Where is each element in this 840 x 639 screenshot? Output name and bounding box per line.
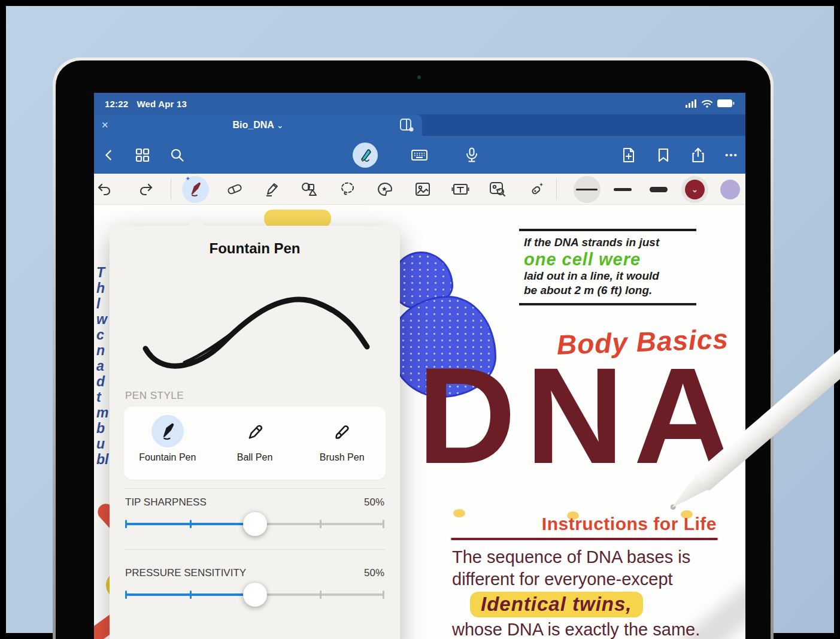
- fact-line: be about 2 m (6 ft) long.: [524, 283, 692, 298]
- keyboard-button[interactable]: [405, 136, 433, 174]
- pen-mode-button[interactable]: [353, 143, 378, 168]
- laser-pointer-tool-button[interactable]: [523, 174, 550, 205]
- cellular-signal-icon: [686, 99, 697, 108]
- pen-tool-button[interactable]: [181, 174, 209, 205]
- tab-bio-dna[interactable]: ✕ Bio_DNA⌄: [94, 114, 422, 136]
- tools-toolbar: ✦: [94, 174, 745, 205]
- tip-sharpness-slider[interactable]: [125, 512, 384, 536]
- pen-style-label: Fountain Pen: [139, 452, 196, 463]
- share-button[interactable]: [684, 136, 712, 174]
- slider-endcap: [125, 590, 127, 599]
- slider-label: TIP SHARPNESS: [125, 496, 207, 508]
- stroke-preview: [128, 274, 382, 381]
- subtitle-instructions: Instructions for Life: [417, 514, 717, 534]
- tab-title-chevron-icon: ⌄: [277, 120, 284, 130]
- handwritten-fact-box: If the DNA strands in just one cell were…: [519, 229, 696, 305]
- slider-thumb[interactable]: [243, 512, 267, 536]
- pressure-sensitivity-slider[interactable]: [125, 583, 384, 607]
- elements-tool-button[interactable]: [484, 174, 511, 205]
- add-page-icon: [621, 147, 636, 163]
- redo-button[interactable]: [132, 174, 160, 205]
- pen-style-label: Brush Pen: [320, 452, 365, 463]
- pen-style-section-label: PEN STYLE: [125, 390, 184, 402]
- grid-icon: [135, 148, 150, 162]
- image-icon: [415, 182, 430, 196]
- stroke-preview-curve: [128, 274, 382, 381]
- slider-tick: [190, 520, 192, 528]
- thumbnails-button[interactable]: [129, 136, 156, 174]
- dna-title: DNA: [417, 350, 742, 481]
- add-page-button[interactable]: [615, 136, 642, 174]
- undo-button[interactable]: [94, 174, 118, 205]
- pen-style-card: Fountain Pen Ball Pen Brus: [124, 407, 386, 480]
- brush-pen-icon: [326, 415, 358, 447]
- search-button[interactable]: [163, 136, 191, 174]
- ipad-bezel: 12:22 Wed Apr 13: [56, 60, 771, 639]
- shapes-tool-button[interactable]: [296, 174, 323, 205]
- bookmark-button[interactable]: [650, 136, 677, 174]
- pen-style-brush-pen[interactable]: Brush Pen: [298, 407, 386, 480]
- microphone-icon: [465, 147, 478, 163]
- slider-tick: [320, 590, 322, 599]
- slider-label: PRESSURE SENSITIVITY: [125, 567, 246, 579]
- wifi-icon: [701, 99, 713, 108]
- slider-endcap: [383, 520, 384, 528]
- image-tool-button[interactable]: [409, 174, 436, 205]
- redo-icon: [138, 182, 154, 196]
- slider-value: 50%: [364, 496, 384, 508]
- ball-pen-icon: [239, 415, 271, 447]
- highlighter-tool-button[interactable]: [259, 174, 286, 205]
- fountain-pen-icon: [151, 415, 184, 447]
- stroke-width-thick-button[interactable]: [645, 174, 672, 205]
- slider-endcap: [383, 590, 384, 599]
- popover-title: Fountain Pen: [110, 240, 400, 257]
- shapes-icon: [301, 181, 318, 197]
- dna-letter: D: [417, 350, 526, 481]
- split-view-icon[interactable]: [400, 119, 414, 132]
- search-icon: [170, 148, 184, 162]
- pen-style-ball-pen[interactable]: Ball Pen: [211, 407, 299, 480]
- toolbar-divider: [556, 178, 557, 200]
- stickers-tool-button[interactable]: [371, 174, 399, 205]
- ellipsis-icon: •••: [725, 150, 738, 160]
- dictation-button[interactable]: [458, 136, 486, 174]
- stroke-width-medium-button[interactable]: [609, 174, 636, 205]
- color-swatch-dark-red[interactable]: ⌄: [685, 180, 705, 199]
- more-button[interactable]: •••: [718, 136, 745, 174]
- sticker-star-icon: [377, 181, 393, 197]
- fact-line-green: one cell were: [524, 250, 692, 269]
- fact-line: laid out in a line, it would: [524, 269, 692, 283]
- dna-letter: N: [526, 350, 634, 481]
- undo-icon: [96, 182, 112, 196]
- slider-endcap: [125, 520, 127, 528]
- thin-stroke-icon: [576, 189, 598, 190]
- text-tool-button[interactable]: [447, 174, 474, 205]
- elements-icon: [489, 181, 506, 197]
- battery-icon: [717, 99, 735, 108]
- color-swatch-purple[interactable]: [720, 180, 740, 199]
- subtitle-underline: [451, 538, 718, 540]
- pen-style-fountain-pen[interactable]: Fountain Pen: [124, 407, 211, 480]
- screenshot-stage: 12:22 Wed Apr 13: [0, 0, 840, 639]
- highlighter-icon: [265, 181, 280, 197]
- main-toolbar: •••: [94, 136, 745, 174]
- tip-sharpness-row: TIP SHARPNESS 50%: [125, 496, 384, 508]
- divider: [124, 488, 386, 489]
- laser-pointer-icon: [528, 181, 545, 198]
- document-tab-bar: ✕ Bio_DNA⌄: [94, 114, 745, 136]
- pen-style-label: Ball Pen: [237, 452, 273, 463]
- tab-title[interactable]: Bio_DNA⌄: [94, 120, 422, 131]
- slider-thumb[interactable]: [243, 583, 267, 607]
- thick-stroke-icon: [650, 187, 668, 192]
- pen-settings-popover: Fountain Pen PEN STYLE F: [110, 226, 400, 639]
- paragraph-line: different for everyone-except: [452, 568, 745, 590]
- pressure-sensitivity-row: PRESSURE SENSITIVITY 50%: [125, 567, 384, 579]
- eraser-tool-button[interactable]: [221, 174, 248, 205]
- highlighted-phrase: Identical twins,: [470, 592, 643, 617]
- ipad-device-frame: 12:22 Wed Apr 13: [53, 57, 774, 639]
- paragraph-line: The sequence of DNA bases is: [452, 546, 745, 568]
- lasso-tool-button[interactable]: [333, 174, 361, 205]
- slider-value: 50%: [364, 567, 384, 579]
- stroke-width-thin-button[interactable]: [573, 174, 601, 205]
- back-button[interactable]: [95, 136, 123, 174]
